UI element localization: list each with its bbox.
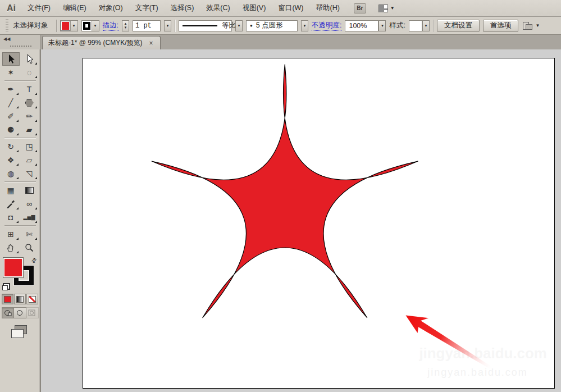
profile-value: 等比 [222, 21, 236, 30]
stroke-color-widget[interactable]: ▾ [81, 20, 99, 31]
direct-selection-tool[interactable] [21, 52, 38, 66]
artboard-tool[interactable]: ⊞ [2, 227, 20, 241]
magic-wand-tool[interactable]: ✶ [2, 66, 20, 79]
selection-tool[interactable] [2, 52, 20, 66]
workspace-grid-icon [378, 4, 388, 12]
gradient-tool[interactable] [21, 184, 38, 197]
style-combo[interactable] [409, 20, 422, 31]
shape-builder-tool-icon: ◍ [7, 169, 14, 178]
watermark-ghost-text: jingyan.baidu.com [418, 345, 546, 361]
gradient-icon [16, 296, 24, 303]
draw-behind-button[interactable] [14, 307, 26, 318]
blob-brush-tool-icon: ⚈ [7, 125, 15, 134]
hand-tool[interactable] [2, 241, 20, 254]
menu-item-3[interactable]: 文字(T) [129, 1, 165, 16]
perspective-grid-tool-icon: ◹ [26, 169, 33, 178]
opacity-combo[interactable]: 100% [345, 20, 378, 31]
step-up-icon[interactable]: ▲ [124, 22, 127, 26]
default-fill-stroke-icon[interactable] [2, 283, 10, 290]
swap-fill-stroke-icon[interactable]: ⇄ [30, 256, 39, 265]
fill-color-widget[interactable]: ▾ [60, 20, 78, 31]
align-dropdown-icon[interactable]: ▼ [535, 23, 540, 28]
paintbrush-tool[interactable]: ✐ [2, 110, 20, 123]
menu-item-6[interactable]: 视图(V) [236, 1, 272, 16]
document-tab[interactable]: 未标题-1* @ 99% (CMYK/预览) × [42, 36, 161, 49]
menu-item-8[interactable]: 帮助(H) [310, 1, 346, 16]
menu-item-7[interactable]: 窗口(W) [272, 1, 309, 16]
stroke-width-stepper[interactable]: ▲ ▼ [122, 20, 129, 31]
type-tool-icon: T [27, 85, 32, 94]
watermark-text: jingyan.baidu.com [427, 367, 527, 378]
draw-inside-button[interactable] [26, 307, 39, 318]
color-button[interactable] [2, 294, 13, 304]
type-tool[interactable]: T [21, 83, 38, 96]
menu-item-2[interactable]: 对象(O) [93, 1, 129, 16]
profile-dropdown-icon[interactable]: ▾ [235, 20, 243, 31]
menu-item-1[interactable]: 编辑(E) [57, 1, 93, 16]
tools-panel-header[interactable]: ◀◀ [0, 35, 41, 49]
selection-tool-icon [6, 54, 15, 64]
zoom-tool-icon [25, 243, 34, 252]
scale-tool-icon: ◳ [25, 142, 33, 151]
collapse-panel-icon[interactable]: ◀◀ [3, 37, 10, 42]
pen-tool[interactable]: ✒ [2, 83, 20, 96]
rotate-tool-icon: ↻ [7, 142, 14, 151]
zoom-tool[interactable] [21, 241, 38, 254]
width-tool[interactable]: ❖ [2, 153, 20, 167]
document-setup-button[interactable]: 文档设置 [437, 20, 480, 32]
stroke-panel-link[interactable]: 描边: [103, 21, 118, 31]
menu-item-4[interactable]: 选择(S) [165, 1, 200, 16]
chevron-down-icon: ▼ [390, 6, 395, 11]
menu-item-0[interactable]: 文件(F) [21, 1, 57, 16]
brush-dropdown-icon[interactable]: ▾ [301, 20, 308, 31]
slice-tool[interactable]: ✄ [21, 227, 38, 241]
pencil-tool[interactable]: ✏ [21, 110, 38, 123]
mesh-tool-icon: ▦ [7, 186, 14, 195]
shape-builder-tool[interactable]: ◍ [2, 167, 20, 180]
fill-dropdown-icon[interactable]: ▾ [70, 21, 77, 31]
none-button[interactable] [26, 294, 38, 304]
stroke-color-swatch[interactable] [82, 21, 92, 31]
artboard[interactable]: jingyan.baidu.com jingyan.baidu.com [83, 58, 555, 389]
step-down-icon[interactable]: ▼ [124, 26, 127, 30]
change-screen-mode-button[interactable] [11, 325, 28, 339]
align-icon[interactable] [522, 22, 532, 30]
workspace-switcher[interactable]: ▼ [376, 3, 397, 13]
blend-tool[interactable]: ∞ [21, 197, 38, 211]
menu-item-5[interactable]: 效果(C) [200, 1, 236, 16]
stroke-dropdown-icon[interactable]: ▾ [92, 21, 99, 31]
hand-tool-icon [6, 243, 15, 252]
star-shape[interactable] [152, 65, 418, 318]
gradient-button[interactable] [14, 294, 26, 304]
preferences-button[interactable]: 首选项 [483, 20, 519, 32]
opacity-dropdown-icon[interactable]: ▾ [378, 20, 386, 31]
blob-brush-tool[interactable]: ⚈ [2, 123, 20, 136]
eraser-tool[interactable]: ▰ [21, 123, 38, 136]
width-profile-combo[interactable]: 等比 [179, 20, 232, 31]
fill-color-swatch[interactable] [61, 21, 70, 31]
perspective-grid-tool[interactable]: ◹ [21, 167, 38, 180]
column-graph-tool[interactable]: ▂▅▇ [21, 211, 38, 224]
symbol-sprayer-tool[interactable]: ◘ [2, 211, 20, 224]
shape-tool[interactable] [21, 96, 38, 110]
draw-normal-button[interactable] [2, 307, 14, 318]
stroke-width-input[interactable]: 1 pt [133, 20, 161, 31]
main-area: ✶◌✒T╱✐✏⚈▰↻◳❖▱◍◹▦∞◘▂▅▇⊞✄ ⇄ [0, 49, 561, 392]
panel-grip[interactable] [6, 19, 8, 33]
close-tab-icon[interactable]: × [148, 39, 154, 47]
menu-items: 文件(F)编辑(E)对象(O)文字(T)选择(S)效果(C)视图(V)窗口(W)… [21, 1, 346, 16]
scale-tool[interactable]: ◳ [21, 140, 38, 153]
bridge-button[interactable]: Br [354, 3, 366, 13]
stroke-width-dropdown-icon[interactable]: ▾ [164, 20, 171, 31]
brush-combo[interactable]: ● 5 点圆形 [246, 20, 298, 31]
rotate-tool[interactable]: ↻ [2, 140, 20, 153]
free-transform-tool[interactable]: ▱ [21, 153, 38, 167]
eyedropper-tool[interactable] [2, 197, 20, 211]
opacity-panel-link[interactable]: 不透明度: [312, 21, 341, 31]
mesh-tool[interactable]: ▦ [2, 184, 20, 197]
fill-proxy-swatch[interactable] [3, 258, 23, 277]
eraser-tool-icon: ▰ [26, 125, 33, 134]
style-dropdown-icon[interactable]: ▾ [422, 20, 430, 31]
line-segment-tool[interactable]: ╱ [2, 96, 20, 110]
lasso-tool[interactable]: ◌ [21, 66, 38, 79]
